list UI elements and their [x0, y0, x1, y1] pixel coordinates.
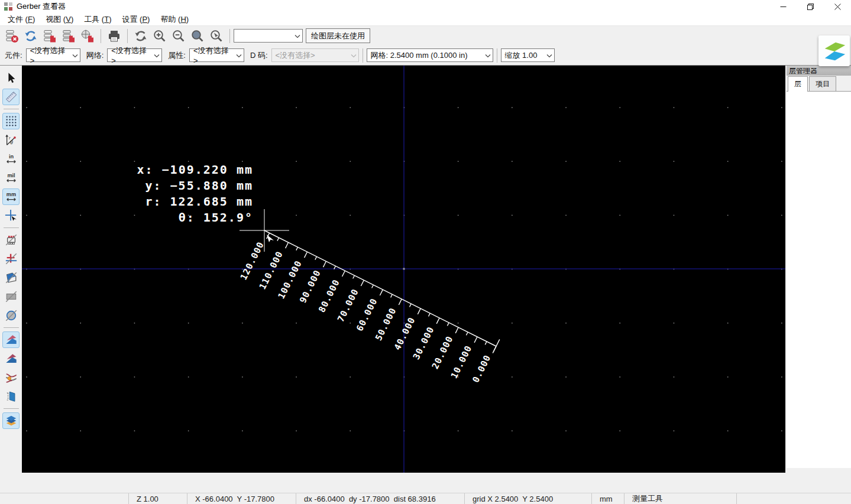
zoom-value: 缩放 1.00 — [505, 50, 538, 61]
layer-manager-toggle-button[interactable] — [2, 412, 20, 429]
s-logo-overlay[interactable] — [818, 35, 850, 66]
reload-icon — [24, 29, 38, 43]
select-tool-button[interactable] — [2, 70, 20, 86]
component-value: <没有选择> — [30, 45, 69, 65]
clear-layers-icon — [5, 29, 19, 43]
print-button[interactable] — [105, 28, 124, 44]
origin-marker — [403, 268, 405, 270]
xor-mode-button[interactable] — [2, 350, 20, 367]
ruler-icon — [5, 90, 18, 103]
statusbar-zoom: Z 1.00 — [128, 493, 187, 504]
zoom-combobox[interactable]: 缩放 1.00 — [501, 48, 555, 62]
chevron-down-icon — [69, 51, 78, 60]
titlebar[interactable]: Gerber 查看器 — [0, 0, 851, 13]
polar-coordinates-button[interactable]: r θ — [2, 132, 20, 148]
units-mm-button[interactable]: mm — [2, 188, 20, 205]
menu-help[interactable]: 帮助 (H) — [155, 13, 194, 25]
zoom-selection-icon — [209, 29, 224, 43]
dcode-combobox[interactable]: <没有选择> — [271, 48, 359, 62]
sketch-lines-button[interactable] — [2, 251, 20, 267]
gerber-canvas[interactable]: 0.00010.00020.00030.00040.00050.00060.00… — [22, 66, 785, 473]
attribute-combobox[interactable]: <没有选择> — [189, 48, 244, 62]
layer-manager-panel: 层管理器 层 项目 — [785, 66, 851, 473]
ruler-tick-label: 80.000 — [316, 278, 342, 314]
statusbar-grid: grid X 2.5400 Y 2.5400 — [464, 493, 591, 504]
reload-all-layers-button[interactable] — [21, 28, 40, 44]
zoom-out-icon — [172, 29, 186, 43]
gerber-canvas-svg[interactable]: 0.00010.00020.00030.00040.00050.00060.00… — [22, 66, 785, 473]
menu-view[interactable]: 视图 (V) — [40, 13, 79, 25]
menu-preferences[interactable]: 设置 (P) — [117, 13, 155, 25]
attribute-value: <没有选择> — [193, 45, 232, 65]
main-area: r θ in mil mm — [0, 65, 851, 473]
redraw-button[interactable] — [131, 28, 150, 44]
net-combobox[interactable]: <没有选择> — [107, 48, 162, 62]
layer-manager-tabs: 层 项目 — [787, 76, 851, 91]
units-inches-button[interactable]: in — [2, 151, 20, 167]
chevron-down-icon — [232, 51, 242, 60]
open-drill-file-button[interactable] — [59, 28, 78, 44]
sketch-flashed-items-button[interactable] — [2, 232, 20, 248]
grid-dots-icon — [5, 115, 18, 128]
minimize-button[interactable] — [769, 0, 797, 13]
flip-view-icon — [5, 390, 18, 403]
statusbar-units: mm — [591, 493, 624, 504]
cursor-icon — [5, 71, 18, 84]
units-mils-button[interactable]: mil — [2, 170, 20, 186]
grid-visibility-button[interactable] — [2, 113, 20, 129]
svg-text:mil: mil — [7, 173, 15, 178]
origin-axes — [22, 66, 785, 473]
dcode-value: <没有选择> — [276, 50, 315, 61]
statusbar-delta: dx -66.0400 dy -17.7800 dist 68.3916 — [296, 493, 464, 504]
sketch-flashed-icon — [5, 233, 18, 246]
toolbar-separator — [4, 109, 19, 109]
open-gerber-file-button[interactable] — [40, 28, 59, 44]
toolbar-separator — [363, 48, 363, 63]
menubar: 文件 (F) 视图 (V) 工具 (T) 设置 (P) 帮助 (H) — [0, 13, 851, 26]
tab-items[interactable]: 项目 — [809, 76, 836, 91]
layer-list[interactable] — [787, 91, 851, 468]
clear-all-layers-button[interactable] — [2, 28, 21, 44]
ruler-tick-label: 20.000 — [430, 334, 455, 371]
chevron-down-icon — [291, 31, 300, 40]
svg-text:r: r — [9, 136, 11, 140]
attribute-label: 属性: — [168, 50, 186, 61]
layer-select-combobox[interactable] — [234, 29, 303, 43]
tab-layers[interactable]: 层 — [788, 76, 808, 92]
show-negative-objects-button[interactable] — [2, 288, 20, 305]
cursor-shape-button[interactable] — [2, 207, 20, 224]
toolbar-separator — [229, 29, 230, 43]
toolbar-separator — [4, 408, 19, 409]
flip-view-button[interactable] — [2, 388, 20, 405]
statusbar-position: X -66.0400 Y -17.7800 — [187, 493, 296, 504]
layer-panel-footer — [787, 468, 851, 473]
toolbar-separator — [127, 29, 128, 43]
units-in-icon: in — [5, 152, 18, 165]
grid-combobox[interactable]: 网格: 2.5400 mm (0.1000 in) — [367, 48, 493, 62]
open-job-file-button[interactable] — [78, 28, 97, 44]
diff-mode-button[interactable] — [2, 331, 20, 348]
chevron-down-icon — [481, 51, 491, 60]
high-contrast-mode-button[interactable] — [2, 369, 20, 386]
restore-button[interactable] — [797, 0, 824, 13]
open-job-icon — [80, 29, 95, 43]
zoom-in-button[interactable] — [150, 28, 169, 44]
sketch-polygons-button[interactable] — [2, 269, 20, 286]
zoom-to-selection-button[interactable] — [207, 28, 226, 44]
measure-tool-button[interactable] — [2, 89, 20, 105]
component-combobox[interactable]: <没有选择> — [26, 48, 80, 62]
layer-manager-caption[interactable]: 层管理器 — [787, 66, 851, 76]
ruler-tick-label: 10.000 — [449, 344, 474, 381]
zoom-out-button[interactable] — [169, 28, 188, 44]
diff-mode-icon — [5, 333, 18, 346]
ruler-tick-label: 60.000 — [354, 297, 380, 333]
ruler-tick-label: 40.000 — [392, 316, 418, 352]
zoom-in-icon — [153, 29, 167, 43]
menu-file[interactable]: 文件 (F) — [2, 13, 40, 25]
close-button[interactable] — [824, 0, 851, 13]
menu-tools[interactable]: 工具 (T) — [79, 13, 117, 25]
statusbar-tool: 测量工具 — [624, 493, 736, 504]
show-dcodes-button[interactable] — [2, 307, 20, 324]
statusbar-spacer — [0, 493, 128, 504]
zoom-to-fit-button[interactable] — [188, 28, 207, 44]
